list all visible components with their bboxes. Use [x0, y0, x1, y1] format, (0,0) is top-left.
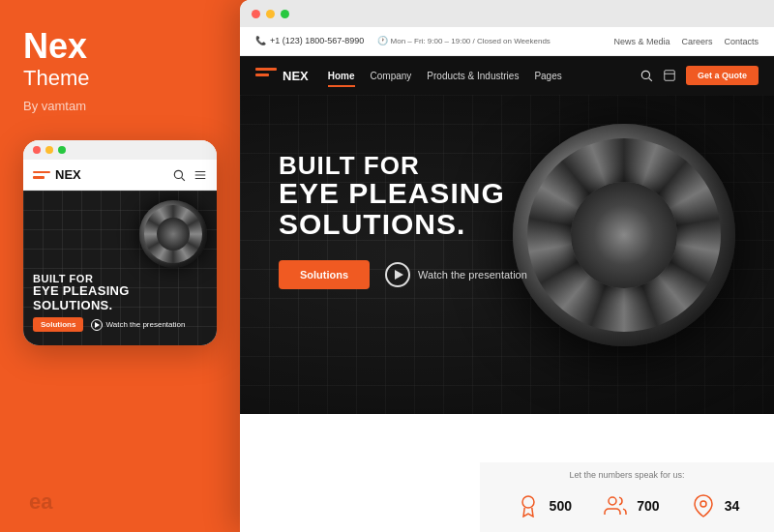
- stat-item-0: 500: [515, 492, 572, 519]
- award-icon: [517, 494, 540, 517]
- mobile-logo-icon: [33, 168, 50, 182]
- users-icon: [604, 494, 627, 517]
- svg-point-9: [609, 497, 616, 505]
- watch-label: Watch the presentation: [418, 269, 527, 281]
- by-author: By vamtam: [23, 99, 217, 113]
- svg-line-6: [649, 78, 652, 81]
- menu-icon[interactable]: [194, 168, 207, 182]
- cart-button[interactable]: [663, 69, 676, 82]
- bottom-label: ea: [29, 489, 52, 515]
- stat-value-2: 34: [725, 498, 740, 514]
- dot-green: [58, 146, 66, 154]
- play-triangle-icon: [95, 322, 100, 328]
- svg-point-10: [700, 501, 706, 507]
- nav-link-home[interactable]: Home: [328, 69, 355, 83]
- mobile-hero-text: BUILT FOR EYE PLEASING SOLUTIONS. Soluti…: [33, 273, 185, 332]
- clock-icon: 🕐: [377, 36, 388, 45]
- left-panel: Nex Theme By vamtam NEX BUILT F: [0, 0, 240, 532]
- svg-rect-7: [665, 71, 675, 81]
- mobile-preview-card: NEX BUILT FOR EYE PLEASING SOLUTIONS. So…: [23, 140, 217, 345]
- search-icon[interactable]: [172, 168, 186, 182]
- mobile-logo-text: NEX: [55, 167, 81, 182]
- mobile-logo: NEX: [33, 167, 81, 182]
- map-pin-icon: [692, 494, 715, 517]
- award-icon-wrap: [515, 492, 542, 519]
- nav-link-products[interactable]: Products & Industries: [427, 69, 519, 83]
- site-topbar: 📞 +1 (123) 1800-567-8990 🕐 Mon – Fri: 9:…: [240, 27, 774, 56]
- site-hero: BUILT FOR EYE PLEASING SOLUTIONS. Soluti…: [240, 95, 774, 414]
- browser-dot-yellow: [266, 10, 275, 18]
- play-circle-icon: [91, 319, 103, 331]
- mobile-watch-button[interactable]: Watch the presentation: [91, 319, 185, 331]
- dot-red: [33, 146, 41, 154]
- logo-text: NEX: [283, 69, 309, 83]
- play-triangle-icon: [395, 270, 403, 280]
- topbar-news-link[interactable]: News & Media: [613, 37, 670, 46]
- stats-items: 500 700 34: [480, 480, 774, 532]
- topbar-contacts-link[interactable]: Contacts: [724, 37, 759, 46]
- topbar-right: News & Media Careers Contacts: [613, 37, 759, 46]
- mobile-hero: BUILT FOR EYE PLEASING SOLUTIONS. Soluti…: [23, 191, 217, 345]
- browser-dot-red: [252, 10, 260, 18]
- search-icon: [640, 69, 653, 82]
- solutions-button[interactable]: Solutions: [279, 260, 370, 289]
- users-icon-wrap: [602, 492, 629, 519]
- dot-yellow: [45, 146, 53, 154]
- topbar-careers-link[interactable]: Careers: [681, 37, 712, 46]
- hero-content: BUILT FOR EYE PLEASING SOLUTIONS. Soluti…: [279, 153, 527, 289]
- phone-number: +1 (123) 1800-567-8990: [270, 36, 364, 45]
- hero-line1: BUILT FOR: [279, 153, 527, 178]
- topbar-phone: 📞 +1 (123) 1800-567-8990: [255, 36, 364, 45]
- svg-point-5: [641, 71, 649, 78]
- play-circle-icon: [385, 262, 410, 287]
- turbine-graphic: [513, 124, 735, 346]
- mobile-nav-icons: [172, 168, 207, 182]
- topbar-hours: 🕐 Mon – Fri: 9:00 – 19:00 / Closed on We…: [377, 36, 551, 46]
- mobile-navbar: NEX: [23, 160, 217, 191]
- mobile-solutions-button[interactable]: Solutions: [33, 317, 83, 332]
- stats-bar: Let the numbers speak for us: 500 700: [480, 462, 774, 532]
- site-navbar: NEX Home Company Products & Industries P…: [240, 56, 774, 95]
- stat-item-2: 34: [690, 492, 740, 519]
- phone-icon: 📞: [255, 36, 266, 45]
- hero-buttons: Solutions Watch the presentation: [279, 260, 527, 289]
- nav-links: Home Company Products & Industries Pages: [328, 69, 562, 83]
- nav-link-company[interactable]: Company: [371, 69, 412, 83]
- navbar-right: Get a Quote: [640, 66, 759, 85]
- brand-title: Nex: [23, 29, 217, 64]
- browser-dot-green: [281, 10, 289, 18]
- mobile-turbine-graphic: [139, 200, 207, 268]
- navbar-left: NEX Home Company Products & Industries P…: [255, 68, 562, 83]
- stat-value-0: 500: [550, 498, 572, 514]
- svg-point-0: [174, 170, 182, 178]
- watch-presentation-button[interactable]: Watch the presentation: [385, 262, 527, 287]
- map-pin-icon-wrap: [690, 492, 717, 519]
- quote-button[interactable]: Get a Quote: [686, 66, 759, 85]
- stat-value-1: 700: [637, 498, 659, 514]
- svg-point-8: [522, 496, 534, 508]
- cart-icon: [663, 69, 676, 82]
- svg-line-1: [182, 177, 185, 180]
- desktop-browser-mockup: 📞 +1 (123) 1800-567-8990 🕐 Mon – Fri: 9:…: [240, 0, 774, 532]
- topbar-left: 📞 +1 (123) 1800-567-8990 🕐 Mon – Fri: 9:…: [255, 36, 551, 46]
- hero-line3: SOLUTIONS.: [279, 209, 527, 240]
- browser-chrome: [240, 0, 774, 27]
- site-logo[interactable]: NEX: [255, 68, 309, 83]
- mobile-hero-buttons: Solutions Watch the presentation: [33, 317, 185, 332]
- stat-item-1: 700: [602, 492, 659, 519]
- mobile-browser-dots: [23, 140, 217, 160]
- hero-line2: EYE PLEASING: [279, 178, 527, 209]
- logo-icon: [255, 68, 277, 83]
- mobile-hero-line2: EYE PLEASING SOLUTIONS.: [33, 284, 185, 312]
- stats-subtitle: Let the numbers speak for us:: [480, 462, 774, 480]
- nav-link-pages[interactable]: Pages: [534, 69, 561, 83]
- search-button[interactable]: [640, 69, 653, 82]
- brand-subtitle: Theme: [23, 66, 217, 91]
